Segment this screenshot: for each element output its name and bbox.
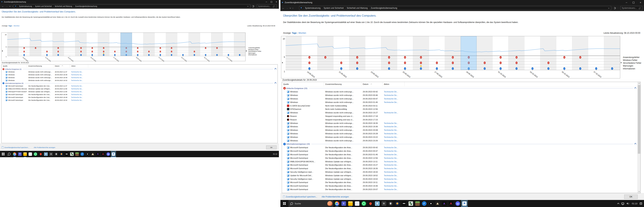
technical-details-link[interactable]: Technische De... <box>384 101 398 103</box>
technical-details-link[interactable]: Technische De... <box>71 94 83 95</box>
breadcrumb[interactable]: ›Systemsteuerung›System und Sicherheit›S… <box>14 4 250 8</box>
taskbar-icon-steam[interactable]: ✓ <box>421 200 428 207</box>
vertical-scrollbar[interactable] <box>638 82 640 193</box>
breadcrumb-item[interactable]: System und Sicherheit <box>35 5 52 7</box>
table-row[interactable]: Microsoft GameInputDie Neukonfiguration … <box>282 167 640 170</box>
table-row[interactable]: G DATA SecurityCenterNicht mehr funktion… <box>282 104 640 108</box>
view-all-reports-link[interactable]: Alle Problemberichte anzeigen <box>322 196 349 198</box>
taskbar-icon-reliability-monitor[interactable]: ⚑ <box>111 151 116 157</box>
back-button[interactable] <box>2 5 4 8</box>
table-row[interactable]: WindowsWindows wurde nicht ordnungs...29… <box>282 111 640 114</box>
technical-details-link[interactable]: Technische De... <box>71 91 83 92</box>
title-bar[interactable]: Zuverlässigkeitsüberwachung <box>0 0 279 4</box>
column-header[interactable]: Datum <box>362 82 382 86</box>
technical-details-link[interactable]: Technische De... <box>71 76 83 78</box>
minimize-button[interactable] <box>623 0 630 5</box>
forward-button[interactable] <box>286 7 288 10</box>
taskbar-icon-recorder[interactable] <box>380 200 387 207</box>
group-row[interactable]: ×Kritische Ereignisse (4) <box>2 68 278 70</box>
table-row[interactable]: Microsoft GameInputDie Neukonfiguration … <box>282 188 640 191</box>
group-row[interactable]: iInformationsereignisse (6) <box>2 82 278 84</box>
table-row[interactable]: WindowsWindows wurde nicht ordnungs...28… <box>2 79 278 82</box>
technical-details-link[interactable]: Technische De... <box>384 188 398 190</box>
table-row[interactable]: WindowsWindows wurde nicht ordnungs...29… <box>282 90 640 94</box>
breadcrumb-item[interactable]: Systemsteuerung <box>305 7 320 9</box>
close-button[interactable] <box>274 0 279 4</box>
taskbar-icon-discord[interactable]: ω <box>106 151 111 157</box>
technical-details-link[interactable]: Technische De... <box>384 150 398 152</box>
technical-details-link[interactable]: Technische De... <box>384 129 398 131</box>
maximize-button[interactable] <box>630 0 637 5</box>
collapse-group-icon[interactable] <box>274 68 276 70</box>
scroll-up-icon[interactable] <box>638 82 640 85</box>
table-row[interactable]: WindowsWindows wurde nicht ordnungs...28… <box>2 70 278 73</box>
search-input[interactable]: Systemsteueru... <box>257 4 276 8</box>
taskbar-icon-game[interactable] <box>100 151 106 157</box>
column-header[interactable]: Aktion <box>382 82 405 86</box>
technical-details-link[interactable]: Technische De... <box>384 136 398 138</box>
table-row[interactable]: WindowsWindows wurde nicht ordnungs...29… <box>282 100 640 104</box>
taskbar-icon-llama[interactable]: Λ <box>95 151 100 157</box>
view-days-link[interactable]: Tage <box>292 32 296 34</box>
table-row[interactable]: Microsoft GameInputDie Neukonfiguration … <box>2 93 278 96</box>
technical-details-link[interactable]: Technische De... <box>384 126 398 128</box>
technical-details-link[interactable]: Technische De... <box>71 88 83 90</box>
technical-details-link[interactable]: Technische De... <box>384 181 398 183</box>
reliability-chart[interactable]: 1051 ×××××××××××××××××××××××××iiiiiiiiii… <box>1 32 246 61</box>
ok-button[interactable]: OK <box>266 146 276 149</box>
table-row[interactable]: 9NBLGGH10PG8-MICROS...Windows Update war… <box>282 160 640 163</box>
technical-details-link[interactable]: Technische De... <box>384 168 398 170</box>
ok-button[interactable]: OK <box>624 194 638 199</box>
address-dropdown-icon[interactable] <box>247 5 248 6</box>
taskbar-icon-shield[interactable] <box>54 151 59 157</box>
forward-button[interactable] <box>6 5 8 8</box>
refresh-icon[interactable] <box>252 5 254 7</box>
reliability-chart[interactable]: 1051 ×××××××××××××××××××××××××iiiiiiiiii… <box>281 36 620 78</box>
taskbar-icon-creeper[interactable]: ▚ <box>407 200 414 207</box>
taskbar-icon-phone-link[interactable] <box>374 200 380 207</box>
group-row[interactable]: ×Kritische Ereignisse (15) <box>282 86 640 90</box>
technical-details-link[interactable]: Technische De... <box>384 91 398 93</box>
chart-plot-area[interactable]: ×××××××××××××××××××××××××iiiiiiiiiiiiiii… <box>286 36 620 70</box>
technical-details-link[interactable]: Technische De... <box>71 85 83 87</box>
taskbar-icon-steam[interactable]: ✓ <box>80 151 85 157</box>
column-header[interactable]: Aktion <box>70 64 88 68</box>
technical-details-link[interactable]: Technische De... <box>71 99 83 101</box>
taskbar-icon-notepad[interactable] <box>354 200 360 207</box>
column-header[interactable]: Datum <box>54 64 70 68</box>
up-button[interactable] <box>12 5 13 8</box>
table-row[interactable]: WindowsWindows wurde nicht ordnungs...29… <box>282 139 640 142</box>
technical-details-link[interactable]: Technische De... <box>71 71 83 73</box>
taskbar-icon-notepad[interactable] <box>28 151 33 157</box>
table-row[interactable]: WindowsWindows wurde nicht ordnungs...29… <box>282 94 640 97</box>
taskbar-search-button[interactable] <box>6 151 12 157</box>
view-days-link[interactable]: Tage <box>8 25 12 27</box>
technical-details-link[interactable]: Technische De... <box>384 174 398 176</box>
table-row[interactable]: Microsoft GameInputDie Neukonfiguration … <box>2 99 278 102</box>
taskbar-icon-game[interactable] <box>448 200 454 207</box>
technical-details-link[interactable]: Technische De... <box>384 160 398 162</box>
table-row[interactable]: Microsoft GameInputDie Neukonfiguration … <box>282 146 640 149</box>
start-button[interactable] <box>280 200 288 207</box>
chart-scroll-left-icon[interactable] <box>2 50 3 52</box>
chart-scroll-right-icon[interactable] <box>621 62 622 63</box>
chart-scroll-right-icon[interactable] <box>246 50 247 52</box>
taskbar-icon-disc[interactable] <box>428 200 434 207</box>
technical-details-link[interactable]: Technische De... <box>384 154 398 156</box>
table-row[interactable]: Update für Microsoft Def...Windows Updat… <box>282 174 640 177</box>
technical-details-link[interactable]: Technische De... <box>384 132 398 134</box>
table-row[interactable]: Microsoft GameInputDie Neukonfiguration … <box>282 181 640 184</box>
taskbar-icon-ember[interactable] <box>38 151 43 157</box>
technical-details-link[interactable]: Technische De... <box>384 112 398 114</box>
table-row[interactable]: 9NBLGGH4NNS1-Microso...Windows Update wa… <box>2 87 278 90</box>
taskbar-icon-whatsapp[interactable] <box>33 151 38 157</box>
taskbar-icon-minecraft[interactable] <box>414 200 421 207</box>
save-history-link[interactable]: Zuverlässigkeitsverlauf speichern... <box>286 196 317 198</box>
chart-scroll-left-icon[interactable] <box>282 62 283 63</box>
tray-overflow-icon[interactable] <box>617 203 619 205</box>
scroll-down-icon[interactable] <box>638 190 640 193</box>
column-header[interactable]: Zusammenfassung <box>324 82 362 86</box>
table-row[interactable]: Microsoft GameInputDie Neukonfiguration … <box>282 153 640 156</box>
breadcrumb-item[interactable]: Systemsteuerung <box>19 5 32 7</box>
technical-details-link[interactable]: Technische De... <box>384 146 398 148</box>
